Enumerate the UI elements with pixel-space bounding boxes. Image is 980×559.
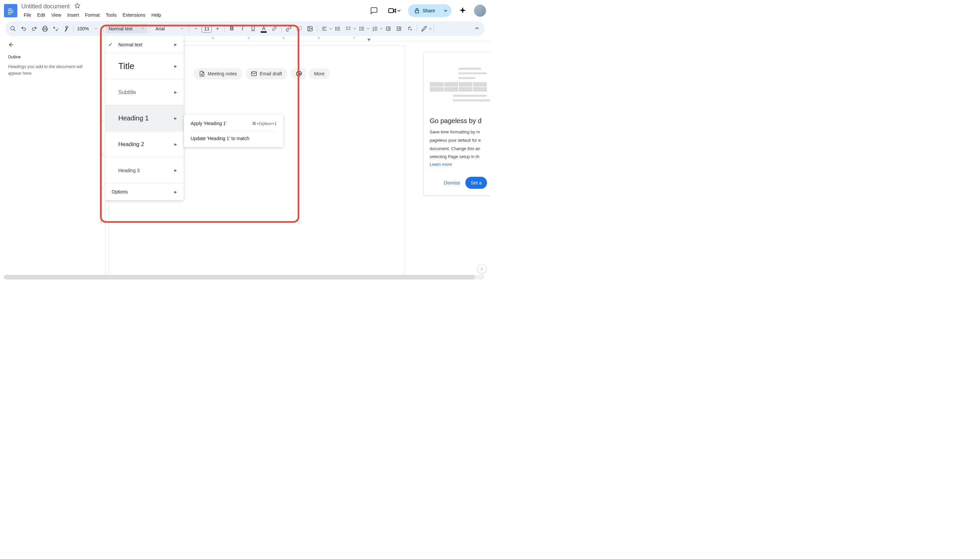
redo-button[interactable] xyxy=(29,24,40,34)
apply-heading1-item[interactable]: Apply 'Heading 1' ⌘+Option+1 xyxy=(184,117,283,129)
meeting-notes-chip[interactable]: Meeting notes xyxy=(194,68,243,79)
explore-button[interactable]: ‹ xyxy=(477,264,487,273)
font-size-input[interactable] xyxy=(202,25,212,33)
outline-panel: Outline Headings you add to the document… xyxy=(0,36,100,278)
share-button[interactable]: Share xyxy=(408,4,441,17)
svg-marker-6 xyxy=(393,9,396,12)
scrollbar-thumb[interactable] xyxy=(4,275,475,280)
chevron-down-icon[interactable] xyxy=(367,27,370,30)
document-icon xyxy=(199,71,205,77)
outline-title: Outline xyxy=(8,55,92,60)
align-button[interactable] xyxy=(319,24,329,34)
close-outline-button[interactable] xyxy=(8,41,92,50)
document-title[interactable]: Untitled document xyxy=(21,3,70,10)
menu-bar: File Edit View Insert Format Tools Exten… xyxy=(21,11,367,19)
menu-extensions[interactable]: Extensions xyxy=(120,11,148,19)
highlight-color-button[interactable] xyxy=(269,24,279,34)
style-option-normal[interactable]: ✓ Normal text ▶ xyxy=(106,36,184,53)
style-option-subtitle[interactable]: Subtitle ▶ xyxy=(106,79,184,106)
insert-link-button[interactable] xyxy=(284,24,294,34)
svg-rect-5 xyxy=(389,9,393,13)
chevron-down-icon[interactable] xyxy=(429,27,432,30)
paragraph-style-select[interactable]: Normal text xyxy=(106,24,148,33)
undo-button[interactable] xyxy=(19,24,29,34)
menu-help[interactable]: Help xyxy=(149,11,163,19)
collapse-toolbar-button[interactable] xyxy=(472,24,482,34)
chevron-right-icon: ▶ xyxy=(174,142,177,146)
decrease-font-size[interactable]: − xyxy=(191,24,201,34)
update-heading1-item[interactable]: Update 'Heading 1' to match xyxy=(184,132,283,144)
menu-format[interactable]: Format xyxy=(82,11,102,19)
email-icon xyxy=(251,71,257,77)
increase-font-size[interactable]: + xyxy=(212,24,222,34)
italic-button[interactable]: I xyxy=(238,24,247,34)
menu-file[interactable]: File xyxy=(21,11,34,19)
avatar[interactable] xyxy=(474,5,486,17)
bold-button[interactable]: B xyxy=(227,24,237,34)
header-right: Share xyxy=(367,4,486,17)
add-comment-button[interactable] xyxy=(294,24,304,34)
numbered-list-button[interactable]: 123 xyxy=(370,24,380,34)
search-icon[interactable] xyxy=(8,24,18,34)
horizontal-scrollbar[interactable] xyxy=(4,275,485,280)
checklist-button[interactable] xyxy=(343,24,353,34)
style-label: Heading 2 xyxy=(118,141,144,148)
underline-button[interactable]: U xyxy=(248,24,258,34)
clear-formatting-button[interactable] xyxy=(405,24,415,34)
style-option-heading1[interactable]: Heading 1 ▶ xyxy=(106,106,184,131)
zoom-dropdown[interactable] xyxy=(91,24,101,34)
set-default-button[interactable]: Set a xyxy=(465,177,487,189)
video-call-button[interactable] xyxy=(385,5,403,17)
promo-title: Go pageless by d xyxy=(430,117,487,125)
chevron-down-icon[interactable] xyxy=(380,27,383,30)
decrease-indent-button[interactable] xyxy=(383,24,393,34)
vertical-ruler[interactable]: 1 2 3 4 5 xyxy=(100,36,106,278)
style-option-options[interactable]: Options ▶ xyxy=(106,184,184,200)
style-option-heading2[interactable]: Heading 2 ▶ xyxy=(106,131,184,157)
insert-image-button[interactable] xyxy=(305,24,315,34)
paint-format-button[interactable] xyxy=(61,24,71,34)
font-family-select[interactable]: Arial xyxy=(152,24,186,33)
menu-view[interactable]: View xyxy=(49,11,64,19)
promo-text-line: selecting Page setup in th xyxy=(430,154,487,160)
menu-tools[interactable]: Tools xyxy=(103,11,119,19)
chevron-down-icon[interactable] xyxy=(353,27,356,30)
more-chip[interactable]: More xyxy=(309,68,330,79)
menu-edit[interactable]: Edit xyxy=(35,11,48,19)
ruler-mark: 4 xyxy=(247,36,249,40)
svg-rect-0 xyxy=(8,9,12,9)
gemini-sparkle-icon[interactable] xyxy=(456,4,469,17)
svg-point-48 xyxy=(298,73,300,75)
print-button[interactable] xyxy=(40,24,50,34)
chip-label: Meeting notes xyxy=(208,71,237,76)
learn-more-link[interactable]: Learn more xyxy=(430,162,487,167)
chevron-down-icon[interactable] xyxy=(329,27,332,30)
ruler-mark: 4 xyxy=(101,186,102,189)
dismiss-button[interactable]: Dismiss xyxy=(444,180,460,185)
text-color-button[interactable]: A xyxy=(259,24,269,34)
chevron-right-icon: ▶ xyxy=(174,169,177,172)
share-dropdown[interactable] xyxy=(441,4,451,17)
ruler-mark: 5 xyxy=(101,220,102,223)
ruler-mark: 3 xyxy=(212,36,214,40)
style-option-heading3[interactable]: Heading 3 ▶ xyxy=(106,157,184,184)
zoom-level[interactable]: 100% xyxy=(76,26,90,31)
style-option-title[interactable]: Title ▶ xyxy=(106,53,184,79)
email-draft-chip[interactable]: Email draft xyxy=(246,68,287,79)
docs-logo-icon[interactable] xyxy=(4,4,17,17)
comments-icon[interactable] xyxy=(367,4,381,17)
chevron-right-icon: ▶ xyxy=(174,43,177,46)
title-area: Untitled document File Edit View Insert … xyxy=(21,3,367,19)
star-icon[interactable] xyxy=(74,3,80,10)
partial-chip[interactable] xyxy=(291,68,305,79)
spellcheck-button[interactable] xyxy=(51,24,61,34)
line-spacing-button[interactable] xyxy=(333,24,343,34)
right-indent-marker[interactable] xyxy=(367,39,371,41)
ruler-mark: 1 xyxy=(101,86,102,89)
chevron-right-icon: ▶ xyxy=(174,64,177,68)
smart-chips-row: Meeting notes Email draft More xyxy=(194,68,330,79)
menu-insert[interactable]: Insert xyxy=(65,11,81,19)
bulleted-list-button[interactable] xyxy=(357,24,367,34)
increase-indent-button[interactable] xyxy=(394,24,404,34)
editing-mode-button[interactable] xyxy=(419,24,429,34)
